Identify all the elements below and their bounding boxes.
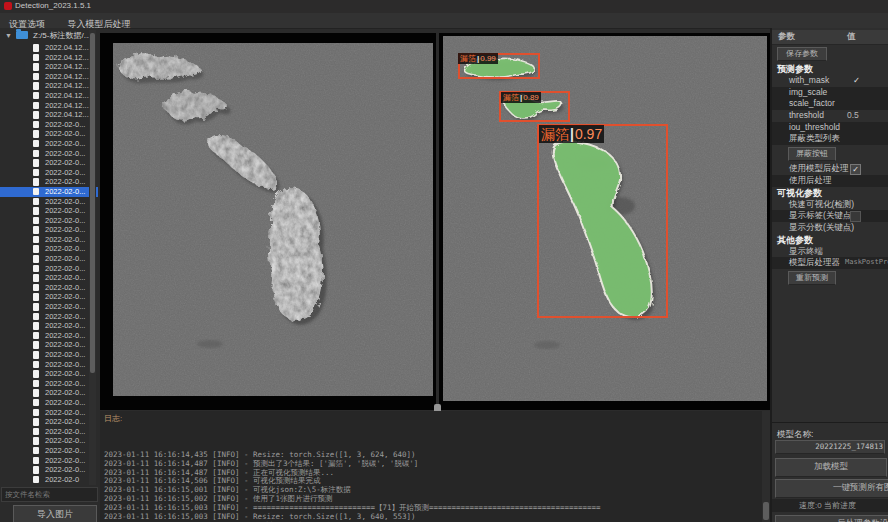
file-icon <box>33 351 39 359</box>
param-row-mask-type-list[interactable]: 屏蔽类型列表 <box>772 133 888 145</box>
tree-item[interactable]: 2022-02-0... <box>0 446 98 456</box>
param-row-img-scale[interactable]: img_scale <box>772 87 888 99</box>
original-image-panel[interactable] <box>100 33 436 410</box>
detection-label-3: 漏箔|0.97 <box>539 125 604 143</box>
prediction-image-panel[interactable]: 漏箔|0.99 漏箔|0.89 漏箔|0.97 <box>439 33 770 410</box>
param-row-with-mask[interactable]: with_mask ✓ <box>772 75 888 87</box>
tree-item[interactable]: 2022.04.12... <box>0 43 98 53</box>
tree-item[interactable]: 2022-02-0... <box>0 197 98 207</box>
tree-item[interactable]: 2022-02-0 <box>0 475 98 485</box>
tree-item[interactable]: 2022.04.12... <box>0 81 98 91</box>
log-scrollbar[interactable] <box>762 411 770 522</box>
tree-item[interactable]: 2022.04.12... <box>0 91 98 101</box>
log-console: 日志: 2023-01-11 16:16:14,435 [INFO] - Res… <box>100 411 770 522</box>
log-scrollbar-thumb[interactable] <box>763 502 769 520</box>
param-row-use-post[interactable]: 使用后处理 <box>772 175 888 187</box>
tree-item[interactable]: 2022-02-0... <box>0 379 98 389</box>
tree-scrollbar[interactable] <box>89 30 96 485</box>
file-icon <box>33 102 39 110</box>
file-icon <box>33 284 39 292</box>
file-icon <box>33 121 39 129</box>
repredict-button[interactable]: 重新预测 <box>788 271 836 285</box>
tree-item[interactable]: 2022-02-0... <box>0 273 98 283</box>
tree-item[interactable]: 2022-02-0... <box>0 244 98 254</box>
tree-item[interactable]: 2022-02-0... <box>0 225 98 235</box>
param-row-show-score[interactable]: 显示分数(关键点) <box>772 222 888 234</box>
tree-item[interactable]: 2022.04.12... <box>0 62 98 72</box>
tree-item[interactable]: 2022-02-0... <box>0 206 98 216</box>
tree-item[interactable]: 2022-02-0... <box>0 129 98 139</box>
save-params-button[interactable]: 保存参数 <box>777 47 827 61</box>
tree-item[interactable]: 2022-02-0... <box>0 302 98 312</box>
tree-item[interactable]: 2022-02-0... <box>0 388 98 398</box>
title-bar: Detection_2023.1.5.1 <box>0 0 888 13</box>
app-window: Detection_2023.1.5.1 设置选项 导入模型后处理 ▼ Z:/5… <box>0 0 888 522</box>
detection-box-3 <box>537 124 668 318</box>
tree-item[interactable]: 2022-02-0... <box>0 254 98 264</box>
tree-item[interactable]: 2022-02-0... <box>0 408 98 418</box>
file-icon <box>33 418 39 426</box>
tree-item[interactable]: 2022-02-0... <box>0 369 98 379</box>
file-icon <box>33 198 39 206</box>
tree-item[interactable]: 2022.04.12... <box>0 72 98 82</box>
param-row-use-model-post[interactable]: 使用模型后处理 ✓ <box>772 163 888 175</box>
tree-item[interactable]: 2022.04.12... <box>0 110 98 120</box>
mask-button[interactable]: 屏蔽按钮 <box>788 147 836 161</box>
param-row-scale-factor[interactable]: scale_factor <box>772 98 888 110</box>
expand-arrow-icon[interactable]: ▼ <box>5 28 12 43</box>
tree-item[interactable]: 2022-02-0... <box>0 417 98 427</box>
tree-item[interactable]: 2022-02-0... <box>0 292 98 302</box>
post-param-button[interactable]: 后处理参数设置 <box>775 515 888 522</box>
tree-item[interactable]: 2022-02-0... <box>0 216 98 226</box>
tree-item[interactable]: 2022-02-0... <box>0 235 98 245</box>
tree-item[interactable]: 2022-02-0... <box>0 321 98 331</box>
show-label-checkbox[interactable] <box>850 211 861 222</box>
threshold-value[interactable]: 0.5 <box>847 110 859 122</box>
search-input[interactable] <box>1 487 98 502</box>
check-mark: ✓ <box>853 75 860 87</box>
param-row-post-processor[interactable]: 模型后处理器 MaskPostPro <box>772 257 888 269</box>
tree-item[interactable]: 2022-02-0... <box>0 340 98 350</box>
original-image[interactable] <box>113 43 433 396</box>
tree-item[interactable]: 2022-02-0... <box>0 158 98 168</box>
tree-item[interactable]: 2022-02-0... <box>0 283 98 293</box>
tree-root-label: Z:/5-标注数据/... <box>33 31 90 40</box>
detection-label-1: 漏箔|0.99 <box>458 53 498 64</box>
tree-scrollbar-thumb[interactable] <box>90 33 95 373</box>
tree-item[interactable]: 2022-02-0... <box>0 360 98 370</box>
param-row-threshold[interactable]: threshold 0.5 <box>772 110 888 122</box>
tree-item[interactable]: 2022-02-0... <box>0 398 98 408</box>
file-icon <box>33 188 39 196</box>
tree-item[interactable]: 2022-02-0... <box>0 149 98 159</box>
value-column-header: 值 <box>847 31 856 43</box>
tree-item[interactable]: 2022-02-0... <box>0 139 98 149</box>
param-row-fast-vis[interactable]: 快速可视化(检测) <box>772 199 888 211</box>
param-row-show-terminal[interactable]: 显示终端 <box>772 246 888 258</box>
load-model-button[interactable]: 加载模型 <box>775 458 887 477</box>
tree-item[interactable]: 2022-02-0... <box>0 456 98 466</box>
param-row-show-label[interactable]: 显示标签(关键点) <box>772 210 888 222</box>
tree-item[interactable]: 2022-02-0... <box>0 427 98 437</box>
tree-item[interactable]: 2022-02-0... <box>0 465 98 475</box>
tree-item[interactable]: 2022-02-0... <box>0 350 98 360</box>
tree-item[interactable]: 2022.04.12... <box>0 53 98 63</box>
tree-item[interactable]: 2022-02-0... <box>0 331 98 341</box>
file-icon <box>33 380 39 388</box>
tree-item[interactable]: 2022-02-0... <box>0 264 98 274</box>
prediction-image[interactable]: 漏箔|0.99 漏箔|0.89 漏箔|0.97 <box>443 36 767 401</box>
import-image-button[interactable]: 导入图片 <box>13 505 97 522</box>
tree-item[interactable]: 2022-02-0... <box>0 312 98 322</box>
post-processor-value[interactable]: MaskPostPro <box>845 257 888 269</box>
tree-root-folder[interactable]: ▼ Z:/5-标注数据/... <box>0 28 98 43</box>
tree-item[interactable]: 2022-02-0... <box>0 436 98 446</box>
predict-all-button[interactable]: 一键预测所有图片 <box>775 479 888 498</box>
model-name-field[interactable]: 20221225_174813 <box>775 440 885 454</box>
tree-item[interactable]: 2022-02-0... <box>0 177 98 187</box>
tree-item[interactable]: 2022-02-0... <box>0 187 98 197</box>
file-icon <box>33 255 39 263</box>
tree-item[interactable]: 2022-02-0... <box>0 120 98 130</box>
tree-item[interactable]: 2022-02-0... <box>0 168 98 178</box>
param-row-iou-threshold[interactable]: iou_threshold <box>772 122 888 134</box>
use-model-post-checkbox[interactable]: ✓ <box>850 164 861 175</box>
tree-item[interactable]: 2022.04.12... <box>0 101 98 111</box>
